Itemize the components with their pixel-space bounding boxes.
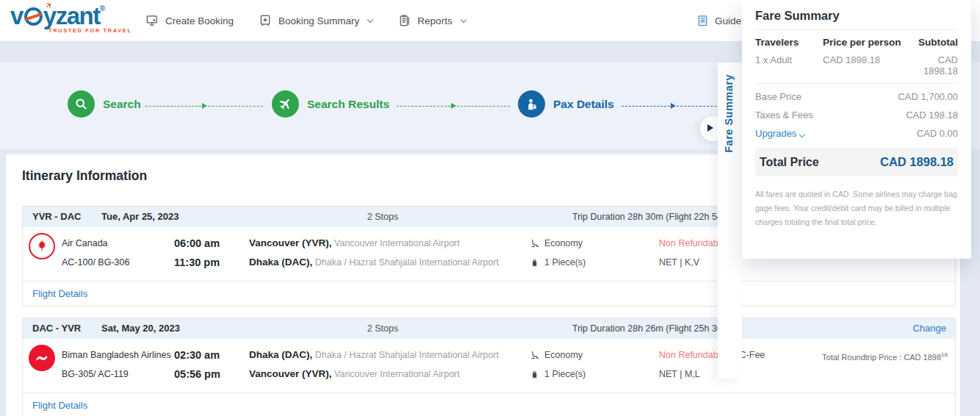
airline-name: Biman Bangladesh Airlines [62, 349, 171, 361]
segment-date: Sat, May 20, 2023 [101, 323, 180, 334]
segment-stops: 2 Stops [339, 212, 427, 222]
base-price-row: Base Price CAD 1,700.00 [755, 91, 958, 102]
segment-duration: Trip Duration 28h 26m (Flight 25h 36m) [572, 323, 732, 334]
traveler-count: 1 x Adult [755, 54, 823, 76]
taxes-value: CAD 198.18 [906, 110, 958, 121]
step-pax-details[interactable]: Pax Details [518, 90, 614, 118]
seat-icon [530, 239, 539, 248]
itinerary-title: Itinerary Information [22, 168, 147, 184]
depart-city: Dhaka (DAC), [249, 349, 312, 360]
step-label: Search [103, 98, 141, 111]
divider [755, 29, 958, 30]
flight-numbers: AC-100/ BG-306 [62, 257, 129, 268]
total-price-value: CAD 1898.18 [880, 155, 954, 169]
cabin-label: Economy [544, 237, 583, 249]
nav-label: Create Booking [165, 15, 234, 26]
app-screen: v yzant ® ✈ TRUSTED FOR TRAVEL Create Bo… [0, 0, 980, 416]
arrive-airport: Dhaka (DAC), Dhaka / Hazrat Shahjalal In… [249, 257, 499, 268]
col-subtotal: Subtotal [909, 37, 958, 48]
flight-numbers: BG-305/ AC-119 [62, 368, 129, 380]
roundtrip-price: Total Roundtrip Price : CAD 189818 [822, 349, 948, 363]
col-travelers: Travelers [755, 37, 823, 48]
depart-airport-name: Vancouver International Airport [334, 238, 460, 248]
segment-footer: Flight Details [23, 392, 955, 416]
collapse-arrow-icon [707, 124, 713, 132]
depart-time: 02:30 am [174, 349, 220, 361]
cabin-label: Economy [544, 349, 583, 361]
nav-reports[interactable]: Reports [397, 14, 465, 28]
fare-summary-title: Fare Summary [755, 9, 958, 23]
logo-tagline: TRUSTED FOR TRAVEL [48, 27, 132, 34]
logo-text-left: v [10, 3, 23, 29]
depart-city: Vancouver (YVR), [249, 237, 332, 248]
monitor-plane-icon [145, 14, 159, 28]
base-price-value: CAD 1,700.00 [898, 91, 958, 102]
stepper-connector [397, 103, 510, 109]
biman-bangladesh-logo [29, 345, 55, 371]
taxes-row: Taxes & Fees CAD 198.18 [755, 110, 958, 121]
arrive-time: 05:56 pm [174, 368, 220, 380]
change-link[interactable]: Change [912, 323, 946, 334]
luggage-icon [530, 370, 539, 379]
stepper-connector [145, 103, 263, 109]
upgrades-link[interactable]: Upgrades [755, 128, 804, 139]
upgrades-label: Upgrades [755, 128, 796, 139]
arrive-airport-name: Vancouver International Airport [334, 369, 460, 379]
chevron-down-icon [367, 17, 373, 23]
chevron-down-icon [799, 131, 805, 137]
segment-route: YVR - DAC [32, 211, 81, 222]
price-per-person: CAD 1898.18 [823, 54, 909, 76]
total-price-row: Total Price CAD 1898.18 [755, 148, 958, 176]
arrive-city: Vancouver (YVR), [249, 368, 332, 379]
nav-create-booking[interactable]: Create Booking [145, 14, 234, 28]
search-icon [68, 90, 95, 118]
non-refundable-label: Non Refundable [659, 350, 725, 360]
refund-policy: Non Refundable | NC-Fee [659, 349, 765, 361]
passenger-icon [518, 90, 545, 118]
cabin-class: Economy [530, 349, 583, 361]
segment-date: Tue, Apr 25, 2023 [101, 211, 179, 222]
arrive-airport-name: Dhaka / Hazrat Shahjalal International A… [315, 257, 499, 268]
upgrades-row: Upgrades CAD 0.00 [755, 128, 958, 139]
nav-label: Guide [715, 15, 741, 26]
document-icon [696, 15, 709, 27]
nav-guide[interactable]: Guide [696, 0, 741, 42]
fare-summary-tab-label: Fare Summary [723, 74, 735, 153]
fare-table-header: Travelers Price per person Subtotal [755, 37, 958, 48]
fare-summary-tab[interactable]: Fare Summary [718, 62, 742, 379]
step-search[interactable]: Search [68, 90, 141, 118]
step-label: Search Results [307, 98, 389, 111]
segment-header: DAC - YVR Sat, May 20, 2023 2 Stops Trip… [23, 318, 955, 339]
arrive-time: 11:30 pm [174, 257, 220, 268]
fare-summary-panel: Fare Summary Travelers Price per person … [742, 0, 971, 259]
flight-details-link[interactable]: Flight Details [32, 288, 87, 299]
plane-icon [272, 90, 299, 118]
chevron-down-icon [460, 17, 466, 23]
divider [755, 83, 958, 84]
baggage-label: 1 Piece(s) [544, 368, 586, 380]
fare-table-row: 1 x Adult CAD 1898.18 CAD 1898.18 [755, 54, 958, 76]
stepper-connector [621, 103, 724, 109]
total-price-label: Total Price [760, 156, 819, 169]
non-refundable-label: Non Refundable [659, 238, 725, 248]
segment-stops: 2 Stops [339, 323, 427, 334]
globe-icon [24, 7, 43, 26]
step-label: Pax Details [553, 98, 614, 111]
flight-details-link[interactable]: Flight Details [32, 400, 87, 411]
nav-booking-summary[interactable]: Booking Summary [259, 14, 372, 28]
arrive-airport: Vancouver (YVR), Vancouver International… [249, 368, 460, 380]
fare-disclaimer: All fares are quoted in CAD .Some airlin… [755, 187, 958, 229]
main-nav: Create Booking Booking Summary [145, 0, 466, 42]
luggage-icon [530, 258, 539, 268]
depart-airport-name: Dhaka / Hazrat Shahjalal International A… [315, 350, 499, 360]
roundtrip-price-cents: 18 [941, 351, 948, 358]
upgrades-value: CAD 0.00 [917, 128, 958, 139]
arrive-city: Dhaka (DAC), [249, 257, 312, 268]
segment-footer: Flight Details [23, 281, 955, 306]
taxes-label: Taxes & Fees [755, 110, 813, 121]
nav-label: Reports [417, 15, 452, 26]
base-price-label: Base Price [755, 91, 801, 102]
voyzant-logo[interactable]: v yzant ® ✈ TRUSTED FOR TRAVEL [10, 3, 132, 34]
step-search-results[interactable]: Search Results [272, 90, 389, 118]
segment-return: DAC - YVR Sat, May 20, 2023 2 Stops Trip… [22, 318, 956, 416]
